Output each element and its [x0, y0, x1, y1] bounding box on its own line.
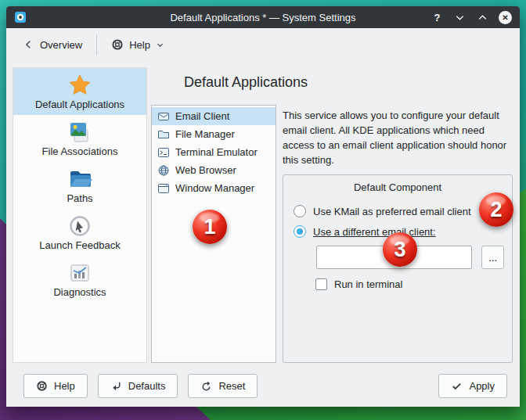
toolbar: Overview Help: [6, 28, 520, 61]
default-component-groupbox: Default Component Use KMail as preferred…: [283, 174, 513, 363]
dialog-button-bar: Help Defaults Reset Apply: [6, 369, 520, 407]
system-settings-window: Default Applications * — System Settings…: [6, 6, 520, 407]
close-button[interactable]: ✕: [499, 11, 512, 24]
terminal-icon: [157, 146, 170, 159]
checkbox-label: Run in terminal: [334, 278, 402, 290]
help-menu-button[interactable]: Help: [105, 34, 171, 56]
sidebar-item-label: Paths: [67, 193, 92, 204]
service-label: Web Browser: [175, 164, 236, 176]
overview-label: Overview: [40, 39, 82, 51]
minimize-button[interactable]: [453, 11, 467, 24]
service-label: File Manager: [175, 128, 235, 140]
back-chevron-icon: [23, 39, 34, 50]
service-label: Window Manager: [175, 182, 254, 194]
sidebar-item-label: File Associations: [42, 146, 118, 157]
sidebar-item-launch-feedback[interactable]: Launch Feedback: [13, 209, 146, 256]
service-row-terminal-emulator[interactable]: Terminal Emulator: [152, 143, 276, 161]
help-icon: [111, 38, 124, 51]
service-row-window-manager[interactable]: Window Manager: [152, 179, 276, 197]
radio-button-checked-icon[interactable]: [294, 225, 306, 238]
annotation-badge-2: 2: [479, 192, 513, 227]
window-controls: ? ✕: [431, 11, 512, 24]
overview-button[interactable]: Overview: [17, 34, 88, 56]
revert-defaults-icon: [110, 380, 122, 392]
annotation-badge-3: 3: [383, 232, 417, 267]
radio-label: Use a different email client:: [313, 226, 436, 238]
apply-button-label: Apply: [469, 380, 495, 392]
radio-button-icon[interactable]: [294, 205, 306, 217]
sidebar-item-label: Diagnostics: [53, 287, 106, 298]
help-icon: [36, 380, 48, 392]
file-associations-icon: [67, 120, 92, 145]
groupbox-title: Default Component: [291, 181, 504, 193]
titlebar[interactable]: Default Applications * — System Settings…: [6, 6, 520, 28]
toolbar-separator: [96, 34, 97, 55]
browse-button[interactable]: ...: [481, 246, 504, 269]
service-description: This service allows you to configure you…: [283, 108, 513, 167]
checkbox-icon[interactable]: [315, 278, 327, 290]
maximize-button[interactable]: [476, 11, 489, 24]
content-area: Default Applications File Associations P…: [6, 61, 520, 369]
run-in-terminal-row[interactable]: Run in terminal: [315, 278, 504, 290]
system-settings-app-icon: [14, 11, 27, 23]
service-row-file-manager[interactable]: File Manager: [152, 125, 276, 143]
sidebar-item-file-associations[interactable]: File Associations: [13, 115, 146, 162]
apply-button[interactable]: Apply: [438, 374, 507, 398]
launch-feedback-icon: [67, 214, 92, 239]
window-icon: [157, 182, 170, 195]
reset-button-label: Reset: [218, 380, 245, 392]
service-row-email-client[interactable]: Email Client: [152, 107, 276, 125]
sidebar-item-default-applications[interactable]: Default Applications: [13, 68, 146, 115]
desktop-background: Default Applications * — System Settings…: [0, 0, 526, 420]
service-label: Email Client: [175, 110, 229, 122]
reset-button[interactable]: Reset: [188, 374, 258, 398]
service-label: Terminal Emulator: [175, 146, 258, 158]
sidebar-item-label: Default Applications: [35, 99, 124, 110]
radio-row-kmail[interactable]: Use KMail as preferred email client: [294, 205, 504, 217]
checkmark-icon: [451, 380, 463, 392]
defaults-button[interactable]: Defaults: [98, 374, 178, 398]
annotation-badge-1: 1: [193, 210, 227, 244]
chevron-down-icon: [454, 12, 466, 23]
help-button-label: Help: [54, 380, 75, 392]
diagnostics-icon: [67, 260, 92, 285]
sidebar-item-label: Launch Feedback: [39, 240, 120, 251]
email-icon: [157, 110, 170, 123]
undo-reset-icon: [200, 380, 212, 392]
titlebar-help-button[interactable]: ?: [431, 11, 444, 24]
globe-icon: [157, 164, 170, 177]
chevron-down-icon: [156, 41, 164, 49]
page-title: Default Applications: [184, 73, 513, 92]
radio-label: Use KMail as preferred email client: [313, 206, 471, 217]
folder-icon: [157, 128, 170, 141]
help-button[interactable]: Help: [23, 374, 88, 398]
star-icon: [67, 73, 92, 98]
sidebar-item-paths[interactable]: Paths: [13, 162, 146, 209]
service-row-web-browser[interactable]: Web Browser: [152, 161, 276, 179]
chevron-up-icon: [477, 12, 488, 23]
category-sidebar: Default Applications File Associations P…: [13, 67, 147, 363]
sidebar-item-diagnostics[interactable]: Diagnostics: [13, 256, 146, 303]
defaults-button-label: Defaults: [128, 380, 166, 392]
folder-icon: [67, 167, 92, 192]
help-label: Help: [129, 39, 150, 51]
